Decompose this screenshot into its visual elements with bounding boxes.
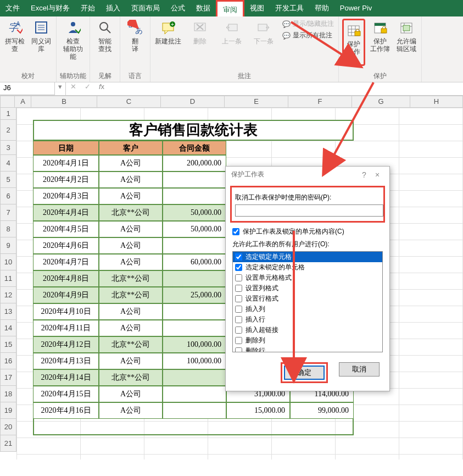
row-head-15[interactable]: 15 (0, 336, 16, 353)
col-head-C[interactable]: C (97, 96, 161, 108)
ribbon-small-item[interactable]: 💬显示所有批注 (281, 30, 335, 41)
select-all-corner[interactable] (0, 96, 15, 108)
dialog-close-icon[interactable]: × (371, 170, 384, 179)
cancel-button[interactable]: 取消 (339, 362, 380, 377)
cell[interactable] (163, 171, 226, 188)
col-head-H[interactable]: H (410, 96, 463, 108)
ribbon-trans[interactable]: aあ翻译 (124, 19, 147, 53)
permission-option[interactable]: 设置列格式 (233, 283, 382, 294)
row-head-14[interactable]: 14 (0, 320, 16, 336)
tab-公式[interactable]: 公式 (165, 0, 191, 16)
cell[interactable]: 15,000.00 (226, 402, 290, 419)
cell[interactable]: 2020年4月10日 (33, 303, 99, 320)
col-head-G[interactable]: G (352, 96, 410, 108)
cell[interactable]: 2020年4月4日 (33, 204, 99, 221)
cell[interactable]: 2020年4月6日 (33, 237, 99, 254)
permission-checkbox[interactable] (235, 253, 242, 261)
row-head-12[interactable]: 12 (0, 287, 16, 303)
cell[interactable]: 2020年4月13日 (33, 353, 99, 369)
cell[interactable]: A公司 (99, 353, 163, 369)
permission-checkbox[interactable] (235, 285, 242, 292)
cell[interactable]: 北京**公司 (99, 369, 163, 386)
cell[interactable]: A公司 (99, 303, 163, 320)
cell[interactable]: 2020年4月8日 (33, 270, 99, 287)
cell[interactable]: A公司 (99, 386, 163, 402)
row-head-11[interactable]: 11 (0, 270, 16, 287)
protect-contents-check[interactable] (232, 228, 239, 235)
permission-checkbox[interactable] (235, 295, 242, 302)
tab-帮助[interactable]: 帮助 (309, 0, 334, 16)
permissions-listbox[interactable]: 选定锁定单元格选定未锁定的单元格设置单元格格式设置列格式设置行格式插入列插入行插… (232, 251, 383, 352)
permission-checkbox[interactable] (235, 306, 242, 313)
cell[interactable]: 北京**公司 (99, 287, 163, 303)
tab-数据[interactable]: 数据 (191, 0, 216, 16)
row-head-18[interactable]: 18 (0, 386, 16, 402)
permission-option[interactable]: 插入列 (233, 304, 382, 314)
ok-button[interactable]: 确定 (284, 366, 325, 380)
ribbon-pedit[interactable]: 允许编辑区域 (395, 19, 418, 53)
row-head-5[interactable]: 5 (0, 171, 16, 188)
cell[interactable]: A公司 (99, 237, 163, 254)
permission-checkbox[interactable] (235, 274, 242, 281)
cell[interactable] (163, 386, 226, 402)
cell[interactable] (163, 303, 226, 320)
protect-contents-checkbox[interactable]: 保护工作表及锁定的单元格内容(C) (232, 227, 383, 236)
row-head-19[interactable]: 19 (0, 402, 16, 419)
name-box-dropdown[interactable]: ▾ (55, 82, 66, 95)
cell[interactable] (163, 320, 226, 336)
col-head-B[interactable]: B (31, 96, 97, 108)
cell[interactable]: 200,000.00 (163, 155, 226, 171)
tab-文件[interactable]: 文件 (0, 0, 25, 16)
formula-input[interactable] (109, 82, 463, 95)
password-input[interactable] (235, 204, 383, 217)
ribbon-search[interactable]: 智能查找 (93, 19, 116, 53)
row-head-17[interactable]: 17 (0, 369, 16, 386)
cell[interactable]: 2020年4月15日 (33, 386, 99, 402)
cell[interactable]: 99,000.00 (290, 402, 354, 419)
tab-开发工具[interactable]: 开发工具 (270, 0, 309, 16)
cell[interactable]: 2020年4月11日 (33, 320, 99, 336)
tab-Power Piv[interactable]: Power Piv (334, 0, 378, 16)
tab-开始[interactable]: 开始 (75, 0, 101, 16)
permission-option[interactable]: 删除列 (233, 335, 382, 346)
cell[interactable]: A公司 (99, 402, 163, 419)
cell[interactable]: 2020年4月14日 (33, 369, 99, 386)
cell[interactable]: 2020年4月12日 (33, 336, 99, 353)
cell[interactable]: 25,000.00 (163, 287, 226, 303)
ribbon-thes[interactable]: 同义词库 (30, 19, 53, 53)
ribbon-pbook[interactable]: 保护工作簿 (369, 19, 392, 53)
fx-icon[interactable]: fx (94, 82, 109, 95)
tab-插入[interactable]: 插入 (101, 0, 126, 16)
permission-option[interactable]: 插入行 (233, 314, 382, 325)
cell[interactable]: 北京**公司 (99, 270, 163, 287)
row-head-13[interactable]: 13 (0, 303, 16, 320)
ribbon-spell[interactable]: 字A拼写检查 (3, 19, 26, 53)
permission-checkbox[interactable] (235, 337, 242, 344)
row-head-2[interactable]: 2 (0, 120, 16, 141)
ribbon-psheet[interactable]: 保护工作表 (342, 19, 365, 66)
permission-option[interactable]: 选定锁定单元格 (233, 252, 382, 262)
permission-checkbox[interactable] (235, 347, 242, 352)
cell[interactable]: 2020年4月3日 (33, 188, 99, 204)
tab-Excel与财务[interactable]: Excel与财务 (25, 0, 75, 16)
permission-checkbox[interactable] (235, 316, 242, 323)
row-head-1[interactable]: 1 (0, 108, 16, 120)
cell[interactable]: 60,000.00 (163, 254, 226, 270)
row-head-16[interactable]: 16 (0, 353, 16, 369)
cell[interactable]: 50,000.00 (163, 204, 226, 221)
cell[interactable]: 100,000.00 (163, 336, 226, 353)
cell[interactable]: 2020年4月7日 (33, 254, 99, 270)
cell[interactable]: 北京**公司 (99, 204, 163, 221)
col-head-F[interactable]: F (288, 96, 352, 108)
cell[interactable]: A公司 (99, 320, 163, 336)
ribbon-newc[interactable]: +新建批注 (154, 19, 182, 45)
row-head-7[interactable]: 7 (0, 204, 16, 221)
row-head-21[interactable]: 21 (0, 435, 16, 452)
permission-option[interactable]: 设置单元格格式 (233, 273, 382, 283)
cell[interactable] (163, 237, 226, 254)
cell[interactable]: A公司 (99, 254, 163, 270)
permission-option[interactable]: 删除行 (233, 346, 382, 352)
row-head-6[interactable]: 6 (0, 188, 16, 204)
row-head-9[interactable]: 9 (0, 237, 16, 254)
row-head-8[interactable]: 8 (0, 221, 16, 237)
